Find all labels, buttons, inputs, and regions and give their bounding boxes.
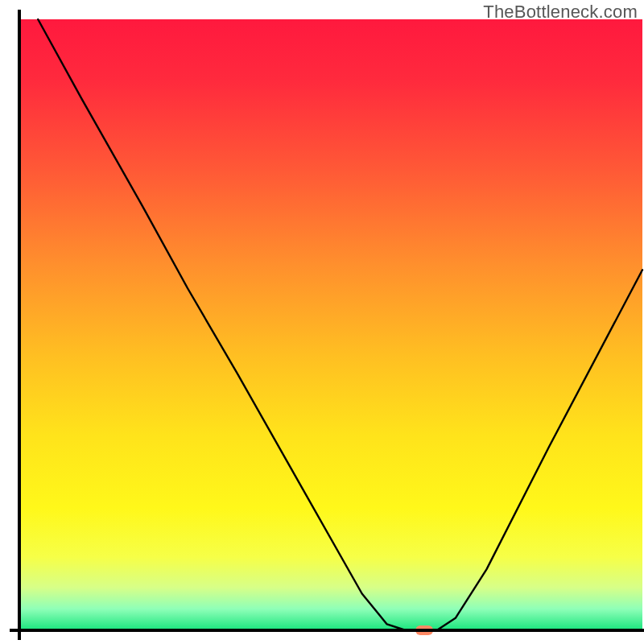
bottleneck-chart [0, 0, 644, 644]
watermark-text: TheBottleneck.com [483, 2, 638, 23]
